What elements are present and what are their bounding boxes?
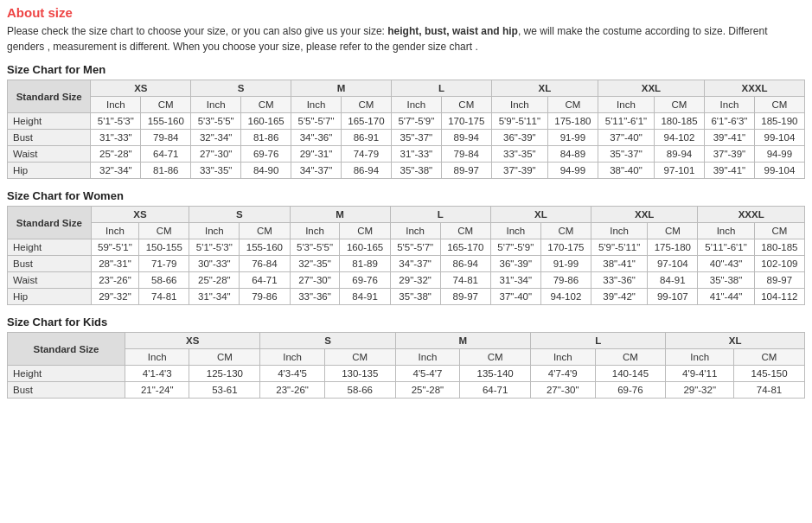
data-cell: 5'3"-5'5": [191, 113, 241, 130]
men-section-title: Size Chart for Men: [7, 63, 805, 76]
data-cell: 91-99: [540, 256, 591, 272]
men-std-size-header: Standard Size: [8, 80, 91, 113]
data-cell: 4'3-4'5: [260, 366, 324, 382]
data-cell: 33"-35": [491, 146, 547, 163]
data-cell: 76-84: [240, 256, 290, 272]
men-xs-header: XS: [91, 80, 191, 97]
data-cell: 89-97: [754, 272, 804, 289]
data-cell: 37"-39": [705, 146, 755, 163]
data-cell: 135-140: [460, 366, 531, 382]
data-cell: 79-86: [540, 272, 591, 289]
data-cell: 5'1"-5'3": [189, 239, 240, 256]
men-xs-cm: CM: [141, 97, 191, 113]
data-cell: 155-160: [141, 113, 191, 130]
data-cell: 37"-40": [490, 289, 540, 305]
men-l-header: L: [391, 80, 491, 97]
row-label: Waist: [8, 146, 91, 163]
data-cell: 97-104: [648, 256, 698, 272]
kids-m-header: M: [395, 333, 530, 349]
data-cell: 5'7"-5'9": [490, 239, 540, 256]
data-cell: 31"-33": [391, 146, 441, 163]
data-cell: 32"-34": [191, 130, 241, 146]
women-std-size-header: Standard Size: [8, 207, 92, 239]
kids-l-header: L: [531, 333, 666, 349]
data-cell: 79-84: [441, 146, 491, 163]
women-s-header: S: [189, 207, 290, 223]
women-l-cm: CM: [440, 223, 490, 239]
data-cell: 91-99: [547, 130, 598, 146]
data-cell: 86-94: [440, 256, 490, 272]
data-cell: 160-165: [241, 113, 291, 130]
table-row: Height5'1"-5'3"155-1605'3"-5'5"160-1655'…: [8, 113, 805, 130]
row-label: Bust: [8, 256, 92, 272]
data-cell: 99-104: [754, 163, 804, 179]
row-label: Height: [8, 239, 92, 256]
kids-l-inch: Inch: [531, 349, 595, 366]
men-xxxl-inch: Inch: [705, 97, 755, 113]
data-cell: 180-185: [654, 113, 704, 130]
data-cell: 71-79: [139, 256, 189, 272]
data-cell: 74-81: [440, 272, 490, 289]
data-cell: 21"-24": [125, 382, 189, 399]
data-cell: 180-185: [754, 239, 804, 256]
data-cell: 5'5"-5'7": [291, 113, 342, 130]
women-l-inch: Inch: [390, 223, 440, 239]
data-cell: 27"-30": [531, 382, 595, 399]
women-xs-cm: CM: [139, 223, 189, 239]
data-cell: 35"-37": [598, 146, 654, 163]
data-cell: 97-101: [654, 163, 704, 179]
data-cell: 4'7-4'9: [531, 366, 595, 382]
data-cell: 94-102: [654, 130, 704, 146]
data-cell: 39"-41": [705, 130, 755, 146]
data-cell: 84-91: [340, 289, 390, 305]
data-cell: 39"-42": [591, 289, 648, 305]
data-cell: 140-145: [595, 366, 666, 382]
data-cell: 25"-28": [395, 382, 459, 399]
data-cell: 34"-37": [291, 163, 342, 179]
women-xs-header: XS: [91, 207, 189, 223]
data-cell: 4'5-4'7: [395, 366, 459, 382]
kids-m-cm: CM: [460, 349, 531, 366]
data-cell: 89-97: [440, 289, 490, 305]
kids-xl-cm: CM: [734, 349, 805, 366]
data-cell: 84-91: [648, 272, 698, 289]
data-cell: 37"-40": [598, 130, 654, 146]
table-row: Hip29"-32"74-8131"-34"79-8633"-36"84-913…: [8, 289, 805, 305]
data-cell: 175-180: [547, 113, 598, 130]
data-cell: 36"-39": [491, 130, 547, 146]
kids-std-size-header: Standard Size: [8, 333, 125, 366]
data-cell: 185-190: [754, 113, 804, 130]
data-cell: 165-170: [440, 239, 490, 256]
kids-xs-cm: CM: [189, 349, 260, 366]
data-cell: 81-86: [241, 130, 291, 146]
kids-xs-header: XS: [125, 333, 260, 349]
kids-s-header: S: [260, 333, 395, 349]
data-cell: 175-180: [648, 239, 698, 256]
data-cell: 29"-32": [91, 289, 138, 305]
data-cell: 5'11"-6'1": [698, 239, 754, 256]
men-m-inch: Inch: [291, 97, 342, 113]
men-xl-inch: Inch: [491, 97, 547, 113]
row-label: Height: [8, 366, 125, 382]
data-cell: 31"-34": [189, 289, 240, 305]
data-cell: 4'1-4'3: [125, 366, 189, 382]
data-cell: 5'7"-5'9": [391, 113, 441, 130]
data-cell: 125-130: [189, 366, 260, 382]
data-cell: 5'5"-5'7": [390, 239, 440, 256]
data-cell: 104-112: [754, 289, 804, 305]
women-s-cm: CM: [240, 223, 290, 239]
row-label: Bust: [8, 130, 91, 146]
women-s-inch: Inch: [189, 223, 240, 239]
table-row: Waist25"-28"64-7127"-30"69-7629"-31"74-7…: [8, 146, 805, 163]
women-xl-cm: CM: [540, 223, 591, 239]
data-cell: 39"-41": [705, 163, 755, 179]
table-row: Bust31"-33"79-8432"-34"81-8634"-36"86-91…: [8, 130, 805, 146]
data-cell: 4'9-4'11: [666, 366, 734, 382]
women-m-inch: Inch: [290, 223, 340, 239]
data-cell: 99-104: [754, 130, 804, 146]
table-row: Height59"-5'1"150-1555'1"-5'3"155-1605'3…: [8, 239, 805, 256]
data-cell: 23"-26": [91, 272, 138, 289]
row-label: Waist: [8, 272, 92, 289]
men-s-header: S: [191, 80, 291, 97]
women-xl-inch: Inch: [490, 223, 540, 239]
